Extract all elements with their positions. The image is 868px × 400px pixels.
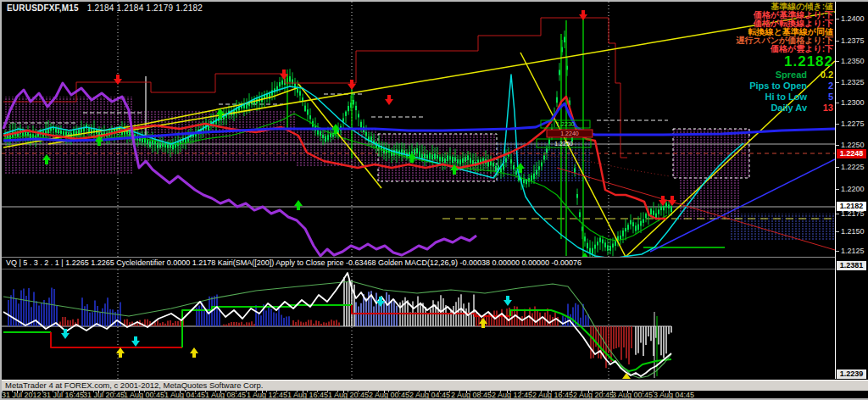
- status-bar-text: MetaTrader 4 at FOREX.com, c 2001-2012, …: [5, 381, 263, 390]
- quote-row: Spread0.2: [749, 69, 833, 81]
- ichimoku-alerts-panel: 基準線の傾き:値価格が基準線より:下価格が転換線より:下転換線と基準線が同値遅行…: [736, 3, 833, 53]
- svg-text:1.2240: 1.2240: [560, 131, 579, 136]
- indicator-subwindow-canvas[interactable]: [2, 269, 835, 379]
- ichimoku-cloud-patch: [729, 214, 835, 241]
- quote-panel: 1.2182 Spread0.2Pips to Open2Hi to Low5D…: [749, 54, 833, 114]
- quote-row-value: 0.2: [813, 69, 833, 81]
- price-tick: [836, 82, 839, 83]
- price-tick-label: 1.2400: [841, 15, 865, 23]
- price-tick-label: 1.2300: [841, 99, 865, 107]
- axis-separator-line: [835, 2, 836, 379]
- status-bar: MetaTrader 4 at FOREX.com, c 2001-2012, …: [0, 380, 868, 391]
- price-tick-label: 1.2200: [841, 186, 865, 193]
- sell-signal-arrow-icon: [385, 95, 393, 105]
- quote-rows: Spread0.2Pips to Open2Hi to Low5Daily Av…: [749, 69, 833, 114]
- quote-row-label: Hi to Low: [765, 92, 808, 103]
- price-tick: [836, 167, 839, 168]
- price-tick: [836, 41, 839, 42]
- quote-row-label: Spread: [776, 69, 807, 81]
- current-price: 1.2182: [749, 54, 833, 69]
- buy-signal-arrow-icon: [294, 200, 303, 210]
- price-tick-label: 1.2125: [841, 247, 865, 255]
- price-tick: [836, 145, 839, 146]
- price-tick: [836, 124, 839, 125]
- subwindow-separator[interactable]: VQ | 5 . 3 . 2 . 1 | 1.2265 1.2265 Cycle…: [2, 257, 835, 269]
- indicator-values-text: VQ | 5 . 3 . 2 . 1 | 1.2265 1.2265 Cycle…: [6, 258, 581, 267]
- sell-signal-arrow-icon: [114, 75, 122, 85]
- exit-signal-arrow-icon: [131, 336, 140, 347]
- price-tick: [836, 214, 839, 214]
- quote-row: Hi to Low5: [749, 92, 833, 103]
- quote-row-value: 5: [813, 92, 833, 103]
- svg-text:1.2250: 1.2250: [554, 141, 573, 147]
- price-tick: [836, 189, 839, 190]
- sell-signal-arrow-icon: [579, 10, 587, 20]
- sell-signal-arrow-icon: [348, 80, 356, 90]
- entry-signal-arrow-icon: [116, 347, 125, 358]
- ohlc-values: 1.2184 1.2184 1.2179 1.2182: [87, 3, 203, 13]
- quote-row: Daily Av13: [749, 103, 833, 114]
- price-tick: [836, 61, 839, 62]
- price-tick: [836, 251, 839, 252]
- price-tick-label: 1.2375: [841, 37, 865, 45]
- quote-row-label: Pips to Open: [749, 81, 807, 92]
- exit-signal-arrow-icon: [504, 296, 512, 306]
- price-tick: [836, 19, 839, 19]
- quote-row-value: 13: [813, 103, 833, 114]
- price-tick-label: 1.2150: [841, 228, 865, 236]
- quote-row: Pips to Open2: [749, 81, 833, 92]
- entry-signal-arrow-icon: [190, 347, 198, 358]
- price-tick: [836, 103, 839, 103]
- ask-price-box: 1.2248: [837, 149, 866, 158]
- price-tick-label: 1.2350: [841, 58, 865, 65]
- quote-row-value: 2: [813, 81, 833, 92]
- symbol-name: EURUSDFXF,M15: [7, 3, 79, 13]
- trendline-yellow-long: [48, 12, 835, 144]
- price-tick-label: 1.2275: [841, 120, 865, 128]
- window-frame-left: [0, 0, 2, 400]
- indicator-value-box: 1.2381: [837, 261, 866, 270]
- main-chart-canvas[interactable]: 1.22301.22401.2250: [2, 2, 835, 257]
- mt4-window: EURUSDFXF,M151.2184 1.2184 1.2179 1.2182…: [0, 0, 868, 400]
- quote-row-label: Daily Av: [771, 103, 807, 114]
- indicator-value-box: 1.2239: [837, 369, 866, 379]
- ichimoku-alert-line: 価格が雲より:下: [736, 45, 833, 53]
- price-tick-label: 1.2250: [841, 142, 865, 149]
- price-tick-label: 1.2225: [841, 164, 865, 171]
- price-tick-label: 1.2325: [841, 79, 865, 86]
- price-tick-label: 1.2175: [841, 210, 865, 218]
- svg-text:1.2230: 1.2230: [556, 121, 575, 127]
- price-tick: [836, 231, 839, 232]
- signal-green: [3, 281, 671, 378]
- vq-red-1: [51, 332, 182, 347]
- level-label-box: 1.2240: [547, 130, 593, 137]
- symbol-header: EURUSDFXF,M151.2184 1.2184 1.2179 1.2182: [7, 3, 203, 13]
- window-frame-top: [0, 0, 868, 2]
- price-axis[interactable]: 1.24001.23751.23501.23251.23001.22751.22…: [835, 0, 868, 400]
- bid-price-box: 1.2182: [837, 202, 866, 211]
